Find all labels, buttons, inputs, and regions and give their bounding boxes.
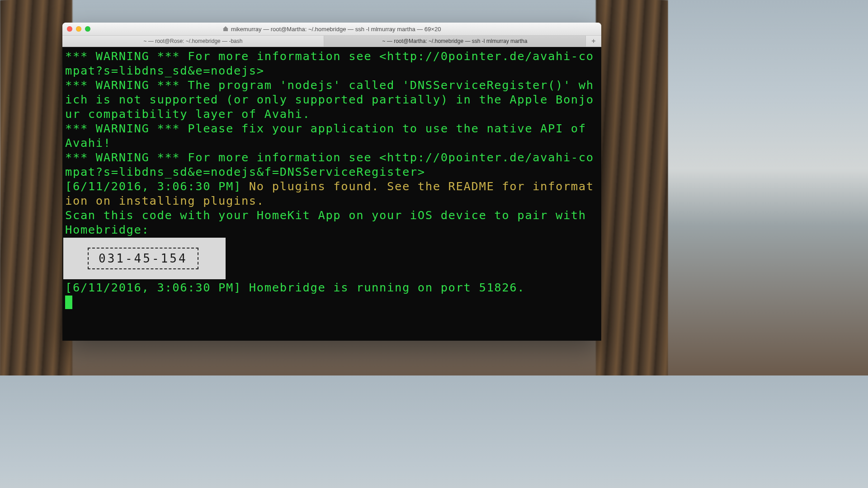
log-message: Homebridge is running on port 51826.: [249, 281, 525, 294]
terminal-line: Scan this code with your HomeKit App on …: [65, 208, 599, 237]
home-icon: [223, 26, 228, 32]
tab-rose[interactable]: ~ — root@Rose: ~/.homebridge — -bash: [62, 36, 324, 47]
cursor-icon: [65, 296, 72, 309]
terminal-line: [6/11/2016, 3:06:30 PM] No plugins found…: [65, 179, 599, 208]
tab-label: ~ — root@Martha: ~/.homebridge — ssh -l …: [382, 38, 528, 44]
window-title-text: mikemurray — root@Martha: ~/.homebridge …: [231, 26, 441, 33]
traffic-lights: [67, 26, 90, 32]
terminal-viewport[interactable]: *** WARNING *** For more information see…: [62, 47, 601, 341]
desktop-wallpaper-left: [0, 0, 72, 375]
tab-label: ~ — root@Rose: ~/.homebridge — -bash: [144, 38, 243, 44]
zoom-icon[interactable]: [85, 26, 90, 32]
timestamp: [6/11/2016, 3:06:30 PM]: [65, 281, 249, 294]
homekit-pair-block: 031-45-154: [65, 237, 599, 280]
tab-bar: ~ — root@Rose: ~/.homebridge — -bash ~ —…: [62, 36, 601, 47]
plus-icon: +: [591, 37, 595, 45]
desktop-wallpaper-right: [596, 0, 668, 375]
homekit-pair-code: 031-45-154: [88, 248, 198, 269]
window-titlebar[interactable]: mikemurray — root@Martha: ~/.homebridge …: [62, 23, 601, 36]
terminal-line: *** WARNING *** Please fix your applicat…: [65, 121, 599, 150]
terminal-line: [6/11/2016, 3:06:30 PM] Homebridge is ru…: [65, 280, 599, 295]
new-tab-button[interactable]: +: [586, 36, 601, 47]
minimize-icon[interactable]: [76, 26, 81, 32]
terminal-line: *** WARNING *** The program 'nodejs' cal…: [65, 78, 599, 121]
window-title: mikemurray — root@Martha: ~/.homebridge …: [62, 26, 601, 33]
tab-martha[interactable]: ~ — root@Martha: ~/.homebridge — ssh -l …: [324, 36, 586, 47]
close-icon[interactable]: [67, 26, 72, 32]
terminal-window: mikemurray — root@Martha: ~/.homebridge …: [62, 23, 601, 341]
terminal-line: *** WARNING *** For more information see…: [65, 49, 599, 78]
timestamp: [6/11/2016, 3:06:30 PM]: [65, 179, 249, 193]
terminal-line: *** WARNING *** For more information see…: [65, 150, 599, 179]
